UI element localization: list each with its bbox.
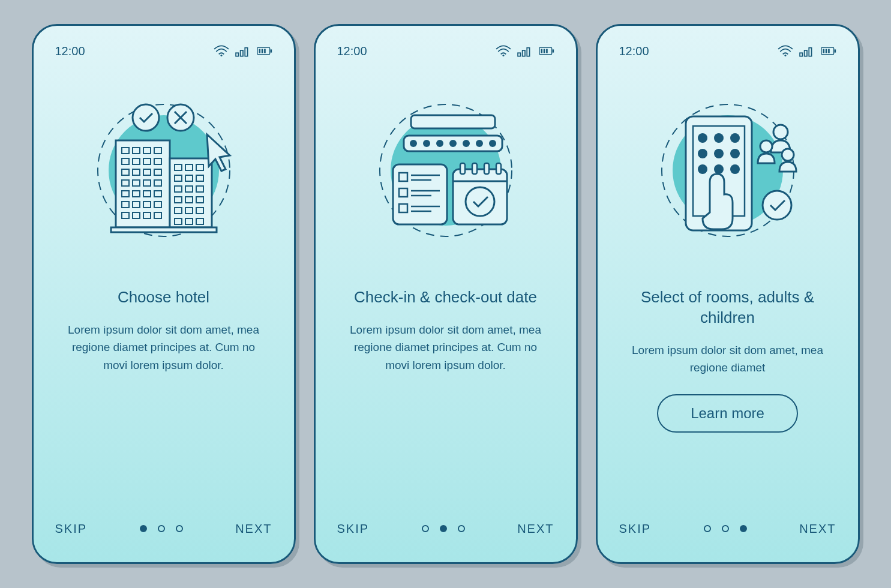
- wifi-icon: [778, 45, 793, 57]
- next-button[interactable]: NEXT: [799, 522, 836, 536]
- dot-2[interactable]: [158, 525, 165, 532]
- svg-rect-106: [825, 49, 827, 53]
- status-time: 12:00: [55, 44, 85, 58]
- signal-icon: [235, 45, 251, 57]
- svg-rect-97: [496, 163, 501, 174]
- page-dots: [422, 525, 465, 532]
- battery-icon: [257, 45, 272, 57]
- illustration-hotel: [55, 71, 272, 269]
- svg-rect-6: [259, 49, 260, 53]
- status-icons: [496, 45, 554, 57]
- svg-rect-14: [170, 158, 212, 227]
- svg-rect-2: [240, 50, 242, 56]
- screen-body: Lorem ipsum dolor sit dom amet, mea regi…: [626, 341, 830, 377]
- dot-3[interactable]: [740, 525, 747, 532]
- wifi-icon: [214, 45, 229, 57]
- svg-point-115: [730, 133, 740, 143]
- page-dots: [704, 525, 747, 532]
- svg-point-77: [436, 140, 443, 147]
- svg-point-123: [760, 140, 772, 152]
- svg-rect-105: [823, 49, 824, 53]
- content: Select of rooms, adults & children Lorem…: [619, 269, 836, 517]
- dot-2[interactable]: [722, 525, 729, 532]
- svg-rect-61: [111, 227, 217, 232]
- svg-rect-96: [484, 163, 489, 174]
- skip-button[interactable]: SKIP: [337, 522, 370, 536]
- svg-rect-68: [541, 49, 542, 53]
- svg-point-81: [489, 140, 496, 147]
- dot-3[interactable]: [458, 525, 465, 532]
- screen-title: Select of rooms, adults & children: [619, 287, 836, 328]
- status-bar: 12:00: [337, 43, 554, 59]
- screen-title: Choose hotel: [118, 287, 209, 308]
- svg-rect-1: [236, 53, 238, 56]
- svg-point-125: [763, 191, 791, 220]
- svg-point-119: [698, 164, 707, 174]
- status-icons: [214, 45, 272, 57]
- svg-point-121: [730, 164, 740, 174]
- svg-rect-94: [460, 163, 465, 174]
- signal-icon: [517, 45, 533, 57]
- status-time: 12:00: [619, 44, 649, 58]
- battery-icon: [821, 45, 836, 57]
- svg-point-113: [698, 133, 707, 143]
- svg-point-78: [449, 140, 457, 147]
- skip-button[interactable]: SKIP: [55, 522, 88, 536]
- next-button[interactable]: NEXT: [517, 522, 554, 536]
- content: Check-in & check-out date Lorem ipsum do…: [337, 269, 554, 517]
- svg-point-99: [784, 55, 786, 56]
- svg-point-114: [714, 133, 724, 143]
- dot-2[interactable]: [440, 525, 447, 532]
- svg-rect-73: [411, 115, 495, 128]
- svg-point-75: [410, 140, 417, 147]
- svg-rect-7: [261, 49, 263, 53]
- svg-point-79: [463, 140, 470, 147]
- svg-point-124: [782, 149, 794, 161]
- svg-point-117: [714, 149, 724, 158]
- dot-3[interactable]: [176, 525, 183, 532]
- svg-rect-69: [543, 49, 545, 53]
- svg-rect-100: [800, 53, 802, 56]
- svg-point-118: [730, 149, 740, 158]
- svg-point-76: [423, 140, 430, 147]
- page-dots: [140, 525, 183, 532]
- battery-icon: [539, 45, 554, 57]
- dot-1[interactable]: [422, 525, 429, 532]
- svg-rect-64: [522, 50, 524, 56]
- svg-rect-101: [804, 50, 806, 56]
- svg-rect-70: [546, 49, 548, 53]
- learn-more-button[interactable]: Learn more: [657, 394, 798, 433]
- skip-button[interactable]: SKIP: [619, 522, 652, 536]
- svg-rect-8: [264, 49, 266, 53]
- svg-point-120: [714, 164, 724, 174]
- content: Choose hotel Lorem ipsum dolor sit dom a…: [55, 269, 272, 517]
- svg-rect-107: [828, 49, 830, 53]
- svg-point-0: [220, 55, 222, 56]
- signal-icon: [799, 45, 815, 57]
- svg-point-11: [133, 104, 159, 131]
- illustration-people: [619, 71, 836, 269]
- dot-1[interactable]: [704, 525, 711, 532]
- screen-title: Check-in & check-out date: [354, 287, 537, 308]
- onboarding-screen-1: 12:00: [32, 24, 296, 564]
- svg-rect-104: [834, 49, 836, 52]
- illustration-calendar: [337, 71, 554, 269]
- wifi-icon: [496, 45, 511, 57]
- svg-rect-63: [518, 53, 520, 56]
- nav-bar: SKIP NEXT: [337, 517, 554, 541]
- status-bar: 12:00: [55, 43, 272, 59]
- onboarding-screen-2: 12:00: [314, 24, 578, 564]
- screen-body: Lorem ipsum dolor sit dom amet, mea regi…: [344, 321, 548, 374]
- dot-1[interactable]: [140, 525, 147, 532]
- next-button[interactable]: NEXT: [235, 522, 272, 536]
- status-time: 12:00: [337, 44, 367, 58]
- svg-point-80: [476, 140, 483, 147]
- nav-bar: SKIP NEXT: [55, 517, 272, 541]
- svg-rect-102: [809, 48, 811, 56]
- onboarding-screen-3: 12:00: [596, 24, 860, 564]
- svg-rect-5: [270, 49, 272, 52]
- svg-rect-67: [552, 49, 554, 52]
- svg-point-122: [773, 125, 788, 139]
- svg-point-62: [502, 55, 504, 56]
- status-icons: [778, 45, 836, 57]
